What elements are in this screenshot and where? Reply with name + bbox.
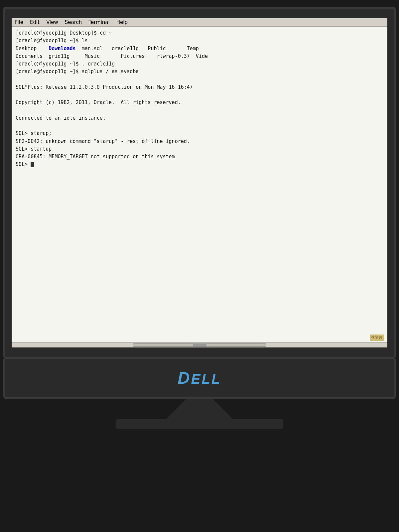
menu-help[interactable]: Help: [116, 19, 128, 25]
terminal-line-18: SQL>: [16, 161, 383, 168]
terminal-line-3: Desktop Downloads man.sql oracle11g Publ…: [16, 45, 383, 53]
cursor: [31, 162, 34, 167]
monitor-frame: File Edit View Search Terminal Help [ora…: [3, 7, 396, 359]
terminal-line-16: SQL> startup: [16, 145, 383, 153]
scrollbar-thumb[interactable]: [193, 344, 206, 346]
screen: File Edit View Search Terminal Help [ora…: [12, 18, 387, 347]
terminal-line-7: [16, 76, 383, 83]
monitor-stand: [166, 399, 233, 419]
menu-view[interactable]: View: [46, 19, 58, 25]
horizontal-scrollbar[interactable]: [133, 343, 266, 347]
terminal-line-14: SQL> starup;: [16, 130, 383, 137]
terminal-line-6: [oracle@fyqocp11g ~]$ sqlplus / as sysdb…: [16, 68, 383, 75]
dell-rest: ELL: [191, 371, 221, 387]
terminal-line-11: [16, 107, 383, 114]
monitor-base: [116, 419, 283, 429]
menu-bar: File Edit View Search Terminal Help: [12, 18, 387, 27]
terminal-line-5: [oracle@fyqocp11g ~]$ . oracle11g: [16, 60, 383, 68]
terminal-line-12: Connected to an idle instance.: [16, 114, 383, 122]
terminal-line-2: [oracle@fyqocp11g ~]$ ls: [16, 37, 383, 45]
menu-file[interactable]: File: [15, 19, 23, 25]
terminal-line-8: SQL*Plus: Release 11.2.0.3.0 Production …: [16, 83, 383, 91]
terminal-body[interactable]: [oracle@fyqocp11g Desktop]$ cd ~ [oracle…: [12, 27, 387, 342]
menu-edit[interactable]: Edit: [30, 19, 40, 25]
menu-terminal[interactable]: Terminal: [88, 19, 109, 25]
menu-search[interactable]: Search: [65, 19, 82, 25]
terminal-line-9: [16, 91, 383, 99]
dell-logo: DELL: [178, 368, 221, 388]
terminal-line-1: [oracle@fyqocp11g Desktop]$ cd ~: [16, 29, 383, 37]
terminal-line-17: ORA-00845: MEMORY_TARGET not supported o…: [16, 153, 383, 161]
terminal-line-4: Documents grid11g Music Pictures rlwrap-…: [16, 53, 383, 60]
scrollbar-area[interactable]: [12, 342, 387, 347]
terminal-line-13: [16, 122, 383, 130]
monitor-bottom-bezel: DELL: [3, 359, 396, 399]
terminal-line-10: Copyright (c) 1982, 2011, Oracle. All ri…: [16, 99, 383, 106]
terminal-line-15: SP2-0042: unknown command "starup" - res…: [16, 138, 383, 145]
dell-d-letter: D: [178, 369, 191, 387]
watermark: 亿速云: [370, 334, 384, 341]
